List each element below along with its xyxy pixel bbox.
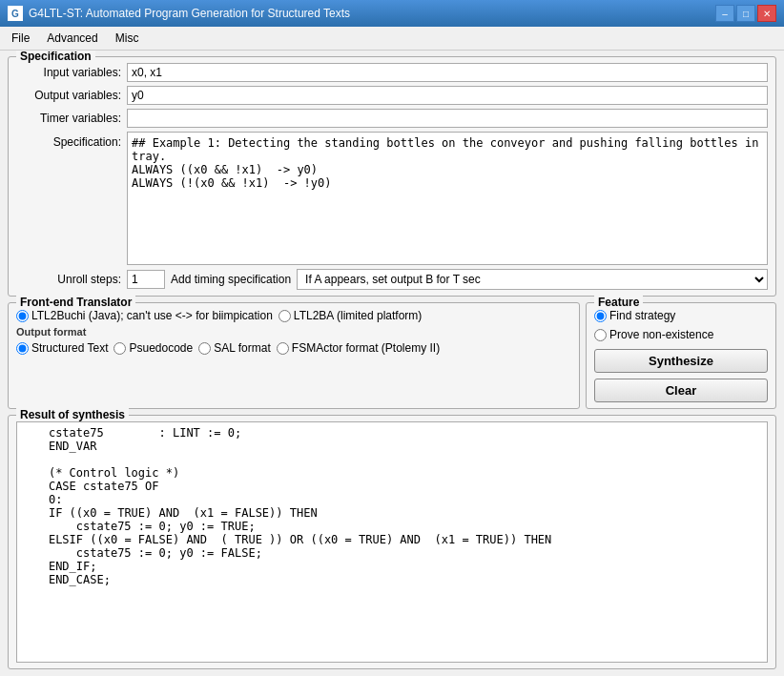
input-variables-label: Input variables: — [16, 66, 121, 79]
sal-option[interactable]: SAL format — [198, 341, 271, 355]
pseudocode-option[interactable]: Psuedocode — [113, 341, 193, 355]
clear-button[interactable]: Clear — [594, 379, 768, 402]
unroll-steps-label: Unroll steps: — [16, 273, 121, 286]
structured-text-option[interactable]: Structured Text — [16, 341, 108, 355]
sal-label: SAL format — [214, 341, 271, 355]
sal-radio[interactable] — [198, 342, 211, 355]
timer-variables-row: Timer variables: — [16, 109, 768, 128]
specification-row: Specification: ## Example 1: Detecting t… — [16, 132, 768, 265]
find-strategy-option[interactable]: Find strategy — [594, 309, 675, 322]
find-strategy-radio[interactable] — [594, 310, 607, 322]
structured-text-label: Structured Text — [31, 341, 108, 355]
menu-bar: File Advanced Misc — [0, 27, 784, 51]
title-bar: G G4LTL-ST: Automated Program Generation… — [0, 0, 784, 27]
middle-row: Front-end Translator LTL2Buchi (Java); c… — [8, 302, 776, 409]
synthesize-button[interactable]: Synthesize — [594, 349, 768, 373]
maximize-button[interactable]: □ — [736, 5, 755, 22]
minimize-button[interactable]: – — [715, 5, 734, 22]
ltl2buchi-option[interactable]: LTL2Buchi (Java); can't use <-> for biim… — [16, 309, 273, 322]
translator-section: Front-end Translator LTL2Buchi (Java); c… — [8, 302, 580, 409]
menu-advanced[interactable]: Advanced — [39, 29, 105, 48]
pseudocode-radio[interactable] — [113, 342, 126, 355]
prove-nonexistence-radio[interactable] — [594, 329, 607, 341]
translator-options-row: LTL2Buchi (Java); can't use <-> for biim… — [16, 309, 571, 322]
specification-label: Specification: — [16, 135, 121, 149]
ltl2buchi-radio[interactable] — [16, 310, 29, 322]
menu-file[interactable]: File — [4, 29, 37, 48]
feature-section-label: Feature — [594, 296, 643, 309]
window-title: G4LTL-ST: Automated Program Generation f… — [29, 7, 350, 20]
fsmactor-option[interactable]: FSMActor format (Ptolemy II) — [277, 341, 440, 355]
add-timing-label: Add timing specification — [171, 273, 291, 286]
output-variables-row: Output variables: — [16, 86, 768, 105]
structured-text-radio[interactable] — [16, 342, 29, 355]
ltl2ba-label: LTL2BA (limited platform) — [294, 309, 423, 322]
timing-select[interactable]: If A appears, set output B for T sec — [297, 269, 768, 290]
ltl2buchi-label: LTL2Buchi (Java); can't use <-> for biim… — [31, 309, 273, 322]
prove-nonexistence-label: Prove non-existence — [609, 328, 713, 341]
output-variables-field[interactable] — [127, 86, 768, 105]
unroll-steps-input[interactable] — [127, 270, 165, 289]
output-variables-label: Output variables: — [16, 89, 121, 102]
specification-section: Specification Input variables: Output va… — [8, 56, 776, 297]
result-section-label: Result of synthesis — [16, 408, 129, 421]
find-strategy-label: Find strategy — [609, 309, 675, 322]
pseudocode-label: Psuedocode — [129, 341, 193, 355]
close-button[interactable]: ✕ — [757, 5, 776, 22]
ltl2ba-radio[interactable] — [279, 310, 291, 322]
timer-variables-field[interactable] — [127, 109, 768, 128]
timer-variables-label: Timer variables: — [16, 112, 121, 125]
prove-nonexistence-option[interactable]: Prove non-existence — [594, 328, 713, 341]
fsmactor-label: FSMActor format (Ptolemy II) — [292, 341, 440, 355]
fsmactor-radio[interactable] — [277, 342, 289, 355]
result-textarea[interactable]: cstate75 : LINT := 0; END_VAR (* Control… — [16, 421, 768, 663]
menu-misc[interactable]: Misc — [108, 29, 147, 48]
output-format-label: Output format — [16, 326, 571, 338]
feature-section: Feature Find strategy Prove non-existenc… — [586, 302, 776, 409]
window-controls: – □ ✕ — [715, 5, 776, 22]
feature-options-row: Find strategy Prove non-existence — [594, 309, 768, 341]
specification-textarea[interactable]: ## Example 1: Detecting the standing bot… — [127, 132, 768, 265]
unroll-row: Unroll steps: Add timing specification I… — [16, 269, 768, 290]
feature-buttons: Synthesize Clear — [594, 349, 768, 402]
translator-section-label: Front-end Translator — [16, 296, 135, 309]
specification-section-label: Specification — [16, 51, 95, 63]
ltl2ba-option[interactable]: LTL2BA (limited platform) — [279, 309, 423, 322]
app-icon: G — [8, 6, 23, 21]
input-variables-field[interactable] — [127, 63, 768, 82]
main-content: Specification Input variables: Output va… — [0, 51, 784, 675]
result-section: Result of synthesis cstate75 : LINT := 0… — [8, 415, 776, 669]
output-format-row: Structured Text Psuedocode SAL format FS… — [16, 341, 571, 355]
input-variables-row: Input variables: — [16, 63, 768, 82]
